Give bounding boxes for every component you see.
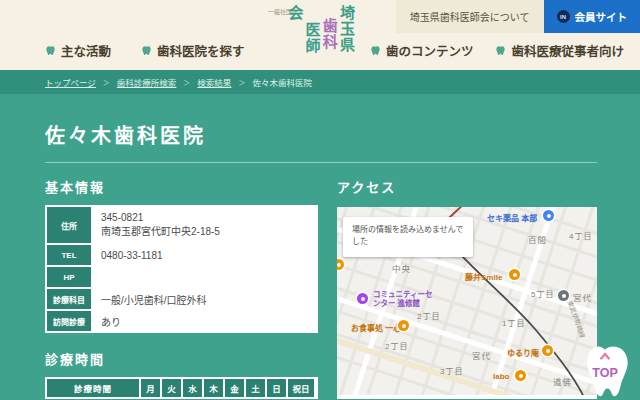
top-button-label: TOP [592,366,618,380]
nav-label: 主な活動 [61,41,111,60]
nav-label: 歯のコンテンツ [386,41,474,60]
map-place-label: 3丁目 [440,365,463,376]
page-title: 佐々木歯科医院 [45,120,640,149]
map-place-label: 1丁目 [502,317,525,328]
row-label: 訪問診療 [47,311,91,331]
map-place-label: 宮代 [472,349,491,361]
table-row-tel: TEL 0480-33-1181 [47,245,316,265]
nav-item-find-clinic[interactable]: 歯科医院を探す [141,41,245,60]
page: { "header": { "about_link": "埼玉県歯科医師会につい… [0,0,640,400]
restaurant-poi-icon[interactable] [515,370,526,381]
hours-heading: 診療時間 [45,349,318,368]
map-place-label: 5丁目 [531,288,554,299]
tooth-icon [495,45,506,56]
nav-right: 歯のコンテンツ 歯科医療従事者向け [370,41,624,60]
breadcrumb-separator: ＞ [103,77,110,87]
basic-info-table: 住所 345-0821 南埼玉郡宮代町中央2-18-5 TEL 0480-33-… [45,205,318,333]
hours-col-sat: 土 [246,379,265,397]
poi-label-community-center: コミュニティーセンター 進修館 [373,290,435,309]
restaurant-poi-icon[interactable] [509,269,520,280]
postal-code: 345-0821 [101,212,308,223]
tooth-shape-icon: TOP [576,342,634,400]
access-heading: アクセス [337,177,597,196]
main-content: 佐々木歯科医院 基本情報 住所 345-0821 南埼玉郡宮代町中央2-18-5… [0,94,640,400]
site-header: 埼玉県歯科医師会について IN 会員サイト 一般社団法人 埼玉県 歯科 医師会 … [0,0,640,70]
breadcrumb-results[interactable]: 検索結果 [197,76,231,88]
restaurant-poi-icon[interactable] [398,320,409,331]
nav-label: 歯科医院を探す [157,41,245,60]
breadcrumb: トップページ ＞ 歯科診療所検索 ＞ 検索結果 ＞ 佐々木歯科医院 [0,70,640,94]
hours-col-mon: 月 [141,379,160,397]
breadcrumb-separator: ＞ [238,77,245,87]
map-place-label: 道佛 [553,375,572,387]
row-value: 345-0821 南埼玉郡宮代町中央2-18-5 [93,207,316,243]
login-icon: IN [557,10,570,23]
breadcrumb-separator: ＞ [183,77,190,87]
table-row-address: 住所 345-0821 南埼玉郡宮代町中央2-18-5 [47,207,316,243]
nav-item-tooth-contents[interactable]: 歯のコンテンツ [370,41,474,60]
logo-line-1: 埼玉県 [338,5,355,53]
hours-col-thu: 木 [204,379,223,397]
nav-item-professionals[interactable]: 歯科医療従事者向け [495,41,624,60]
hours-table-header: 診療時間 月 火 水 木 金 土 日 祝日 [45,377,318,399]
map-place-label: 4丁目 [569,230,592,241]
about-association-link[interactable]: 埼玉県歯科医師会について [396,0,544,33]
poi-label-labo: labo [493,372,509,381]
map-place-label: 百間 [528,233,547,245]
table-row-hp: HP [47,267,316,287]
table-row-departments: 診療科目 一般/小児歯科/口腔外科 [47,289,316,309]
basic-info-heading: 基本情報 [45,177,318,196]
utility-bar: 埼玉県歯科医師会について IN 会員サイト [396,0,640,33]
hours-col-header: 診療時間 [47,379,139,397]
row-value [93,267,316,287]
restaurant-poi-icon[interactable] [542,345,553,356]
breadcrumb-home[interactable]: トップページ [45,76,96,88]
table-row-home-visit: 訪問診療 あり [47,311,316,331]
row-label: HP [47,267,91,287]
breadcrumb-current: 佐々木歯科医院 [252,76,312,88]
logo-line-2: 歯科 [321,5,338,50]
access-section: アクセス [337,177,597,399]
hours-col-wed: 水 [183,379,202,397]
row-label: 診療科目 [47,289,91,309]
row-value: 一般/小児歯科/口腔外科 [93,289,316,309]
store-poi-icon[interactable] [543,210,554,221]
map-place-label: 2丁目 [417,310,440,321]
site-logo[interactable]: 埼玉県 歯科 医師会 [286,5,355,69]
basic-info-section: 基本情報 住所 345-0821 南埼玉郡宮代町中央2-18-5 TEL 048… [45,177,318,399]
row-label: 住所 [47,207,91,243]
row-value: あり [93,311,316,331]
address-line: 南埼玉郡宮代町中央2-18-5 [101,223,308,238]
map-error-message: 場所の情報を読み込めませんでした [343,217,473,257]
row-value: 0480-33-1181 [93,245,316,265]
member-site-button[interactable]: IN 会員サイト [544,0,640,33]
poi-label-smile: 藤井Smile [465,271,502,282]
poi-label-yururian: ゆるり庵 [507,347,539,358]
poi-label-seki-pharmacy: セキ薬品 本部 [487,212,537,223]
nav-left: 主な活動 歯科医院を探す [45,41,245,60]
hours-col-sun: 日 [267,379,286,397]
row-label: TEL [47,245,91,265]
tooth-icon [370,45,381,56]
map-place-label: 中央 [392,262,411,274]
logo-line-3: 医師会 [286,5,320,54]
hours-col-holiday: 祝日 [288,379,314,397]
tooth-icon [45,45,56,56]
nav-label: 歯科医療従事者向け [511,41,624,60]
train-station-icon[interactable] [558,290,569,301]
community-center-poi-icon[interactable] [357,293,368,304]
poi-label-isshin: お食事処 一心 [351,322,401,333]
tooth-icon [141,45,152,56]
hours-col-fri: 金 [225,379,244,397]
member-site-label: 会員サイト [575,9,628,24]
hours-col-tue: 火 [162,379,181,397]
map-place-label: 2丁目 [385,340,408,351]
access-map[interactable]: 百間 4丁目 中央 5丁目 2丁目 1丁目 2丁目 宮代 3丁目 道佛 セキ薬品… [337,207,597,399]
title-divider [45,162,597,163]
nav-item-activities[interactable]: 主な活動 [45,41,111,60]
back-to-top-button[interactable]: TOP [576,342,634,400]
breadcrumb-search[interactable]: 歯科診療所検索 [117,76,177,88]
